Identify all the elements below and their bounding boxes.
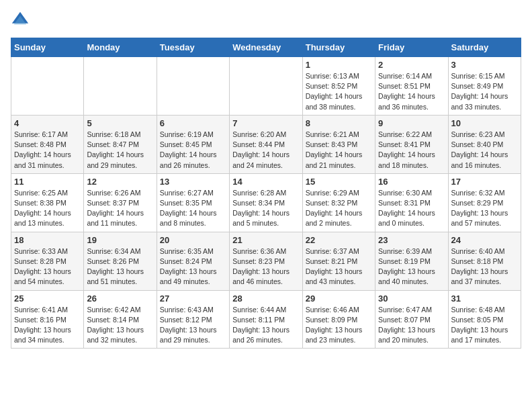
day-cell [11,57,84,116]
day-info: Sunrise: 6:40 AM Sunset: 8:18 PM Dayligh… [451,246,518,287]
day-cell: 20Sunrise: 6:35 AM Sunset: 8:24 PM Dayli… [157,232,229,290]
day-info: Sunrise: 6:29 AM Sunset: 8:32 PM Dayligh… [306,188,372,229]
header-row: SundayMondayTuesdayWednesdayThursdayFrid… [11,38,521,57]
day-cell: 14Sunrise: 6:28 AM Sunset: 8:34 PM Dayli… [230,173,302,232]
day-info: Sunrise: 6:19 AM Sunset: 8:45 PM Dayligh… [160,130,226,171]
week-row-2: 4Sunrise: 6:17 AM Sunset: 8:48 PM Daylig… [11,115,521,173]
day-info: Sunrise: 6:14 AM Sunset: 8:51 PM Dayligh… [378,71,445,112]
day-number: 2 [378,60,445,70]
header-friday: Friday [375,38,448,57]
day-info: Sunrise: 6:17 AM Sunset: 8:48 PM Dayligh… [14,130,81,171]
day-number: 28 [232,293,299,304]
header-sunday: Sunday [11,38,84,57]
day-number: 19 [87,235,153,245]
day-cell [84,57,157,116]
day-info: Sunrise: 6:15 AM Sunset: 8:49 PM Dayligh… [451,71,518,112]
day-number: 7 [232,118,299,128]
day-number: 8 [306,118,372,128]
day-number: 11 [14,177,81,187]
header-thursday: Thursday [302,38,375,57]
day-info: Sunrise: 6:37 AM Sunset: 8:21 PM Dayligh… [306,246,372,287]
day-cell: 12Sunrise: 6:26 AM Sunset: 8:37 PM Dayli… [84,173,157,232]
day-cell: 3Sunrise: 6:15 AM Sunset: 8:49 PM Daylig… [448,57,521,116]
day-number: 13 [160,177,226,187]
header-tuesday: Tuesday [157,38,229,57]
day-number: 17 [451,177,518,187]
day-cell: 22Sunrise: 6:37 AM Sunset: 8:21 PM Dayli… [302,232,375,290]
day-info: Sunrise: 6:32 AM Sunset: 8:29 PM Dayligh… [451,188,518,229]
day-cell: 18Sunrise: 6:33 AM Sunset: 8:28 PM Dayli… [11,232,84,290]
day-info: Sunrise: 6:47 AM Sunset: 8:07 PM Dayligh… [378,305,445,346]
day-number: 4 [14,118,81,128]
day-cell [230,57,302,116]
day-cell: 4Sunrise: 6:17 AM Sunset: 8:48 PM Daylig… [11,115,84,173]
day-info: Sunrise: 6:42 AM Sunset: 8:14 PM Dayligh… [87,305,153,346]
day-cell: 23Sunrise: 6:39 AM Sunset: 8:19 PM Dayli… [375,232,448,290]
day-info: Sunrise: 6:21 AM Sunset: 8:43 PM Dayligh… [306,130,372,171]
day-info: Sunrise: 6:22 AM Sunset: 8:41 PM Dayligh… [378,130,445,171]
day-cell: 26Sunrise: 6:42 AM Sunset: 8:14 PM Dayli… [84,290,157,349]
day-info: Sunrise: 6:41 AM Sunset: 8:16 PM Dayligh… [14,305,81,346]
day-cell: 29Sunrise: 6:46 AM Sunset: 8:09 PM Dayli… [302,290,375,349]
day-cell: 17Sunrise: 6:32 AM Sunset: 8:29 PM Dayli… [448,173,521,232]
day-info: Sunrise: 6:33 AM Sunset: 8:28 PM Dayligh… [14,246,81,287]
calendar-body: 1Sunrise: 6:13 AM Sunset: 8:52 PM Daylig… [11,57,521,349]
day-number: 15 [306,177,372,187]
day-info: Sunrise: 6:28 AM Sunset: 8:34 PM Dayligh… [232,188,299,229]
day-cell: 30Sunrise: 6:47 AM Sunset: 8:07 PM Dayli… [375,290,448,349]
day-cell: 31Sunrise: 6:48 AM Sunset: 8:05 PM Dayli… [448,290,521,349]
day-number: 16 [378,177,445,187]
day-cell: 24Sunrise: 6:40 AM Sunset: 8:18 PM Dayli… [448,232,521,290]
day-cell: 15Sunrise: 6:29 AM Sunset: 8:32 PM Dayli… [302,173,375,232]
day-number: 22 [306,235,372,245]
day-info: Sunrise: 6:35 AM Sunset: 8:24 PM Dayligh… [160,246,226,287]
day-cell: 28Sunrise: 6:44 AM Sunset: 8:11 PM Dayli… [230,290,302,349]
day-info: Sunrise: 6:43 AM Sunset: 8:12 PM Dayligh… [160,305,226,346]
day-number: 27 [160,293,226,304]
day-info: Sunrise: 6:34 AM Sunset: 8:26 PM Dayligh… [87,246,153,287]
day-info: Sunrise: 6:20 AM Sunset: 8:44 PM Dayligh… [232,130,299,171]
day-cell: 25Sunrise: 6:41 AM Sunset: 8:16 PM Dayli… [11,290,84,349]
week-row-1: 1Sunrise: 6:13 AM Sunset: 8:52 PM Daylig… [11,57,521,116]
week-row-4: 18Sunrise: 6:33 AM Sunset: 8:28 PM Dayli… [11,232,521,290]
day-number: 9 [378,118,445,128]
day-number: 14 [232,177,299,187]
day-cell: 27Sunrise: 6:43 AM Sunset: 8:12 PM Dayli… [157,290,229,349]
day-number: 21 [232,235,299,245]
day-number: 30 [378,293,445,304]
day-number: 18 [14,235,81,245]
day-cell [157,57,229,116]
day-info: Sunrise: 6:30 AM Sunset: 8:31 PM Dayligh… [378,188,445,229]
day-cell: 16Sunrise: 6:30 AM Sunset: 8:31 PM Dayli… [375,173,448,232]
day-number: 26 [87,293,153,304]
calendar-header: SundayMondayTuesdayWednesdayThursdayFrid… [11,38,521,57]
day-cell: 11Sunrise: 6:25 AM Sunset: 8:38 PM Dayli… [11,173,84,232]
day-number: 1 [306,60,372,70]
calendar-table: SundayMondayTuesdayWednesdayThursdayFrid… [11,38,521,349]
day-number: 6 [160,118,226,128]
day-cell: 10Sunrise: 6:23 AM Sunset: 8:40 PM Dayli… [448,115,521,173]
logo [11,11,32,30]
header-monday: Monday [84,38,157,57]
day-number: 3 [451,60,518,70]
day-info: Sunrise: 6:23 AM Sunset: 8:40 PM Dayligh… [451,130,518,171]
day-cell: 13Sunrise: 6:27 AM Sunset: 8:35 PM Dayli… [157,173,229,232]
week-row-5: 25Sunrise: 6:41 AM Sunset: 8:16 PM Dayli… [11,290,521,349]
day-cell: 7Sunrise: 6:20 AM Sunset: 8:44 PM Daylig… [230,115,302,173]
day-cell: 2Sunrise: 6:14 AM Sunset: 8:51 PM Daylig… [375,57,448,116]
logo-icon [11,11,30,30]
page-header [11,11,521,30]
day-number: 5 [87,118,153,128]
day-number: 23 [378,235,445,245]
day-info: Sunrise: 6:36 AM Sunset: 8:23 PM Dayligh… [232,246,299,287]
day-cell: 1Sunrise: 6:13 AM Sunset: 8:52 PM Daylig… [302,57,375,116]
day-number: 10 [451,118,518,128]
day-info: Sunrise: 6:27 AM Sunset: 8:35 PM Dayligh… [160,188,226,229]
day-cell: 5Sunrise: 6:18 AM Sunset: 8:47 PM Daylig… [84,115,157,173]
day-info: Sunrise: 6:39 AM Sunset: 8:19 PM Dayligh… [378,246,445,287]
day-number: 31 [451,293,518,304]
day-number: 24 [451,235,518,245]
day-info: Sunrise: 6:44 AM Sunset: 8:11 PM Dayligh… [232,305,299,346]
day-number: 12 [87,177,153,187]
day-cell: 19Sunrise: 6:34 AM Sunset: 8:26 PM Dayli… [84,232,157,290]
